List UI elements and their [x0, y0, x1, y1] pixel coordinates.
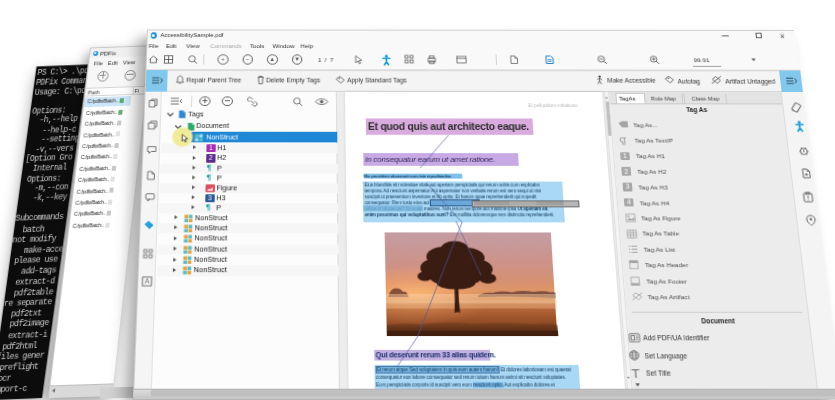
svg-text:A: A — [144, 277, 150, 285]
